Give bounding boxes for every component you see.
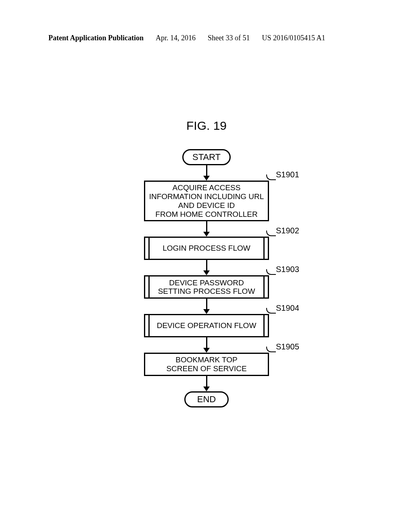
process-s1901: ACQUIRE ACCESS INFORMATION INCLUDING URL… [144,181,269,221]
step-label-s1902: S1902 [276,226,299,235]
subprocess-text-s1903: DEVICE PASSWORD SETTING PROCESS FLOW [148,276,265,297]
step-label-s1901: S1901 [276,170,299,179]
arrow-s1902: S1902 [203,221,210,237]
arrow-end [203,376,210,391]
header-sheet: Sheet 33 of 51 [208,34,250,42]
arrow-s1901: S1901 [203,165,210,181]
flowchart: START S1901 ACQUIRE ACCESS INFORMATION I… [0,149,413,407]
arrow-s1903: S1903 [203,260,210,275]
step-label-s1903: S1903 [276,265,299,274]
arrow-s1905: S1905 [203,337,210,353]
subprocess-text-s1902: LOGIN PROCESS FLOW [148,238,265,259]
step-label-s1905: S1905 [276,342,299,351]
header-pub-label: Patent Application Publication [48,34,144,42]
end-terminator: END [184,391,229,407]
header-date: Apr. 14, 2016 [156,34,196,42]
page-header: Patent Application Publication Apr. 14, … [0,34,413,42]
arrow-s1904: S1904 [203,299,210,314]
header-pubnum: US 2016/0105415 A1 [262,34,325,42]
step-label-s1904: S1904 [276,303,299,313]
figure-title: FIG. 19 [0,119,413,133]
start-terminator: START [182,149,231,165]
subprocess-s1902: LOGIN PROCESS FLOW [144,237,269,260]
subprocess-s1903: DEVICE PASSWORD SETTING PROCESS FLOW [144,275,269,299]
process-s1905: BOOKMARK TOP SCREEN OF SERVICE [144,353,269,376]
subprocess-text-s1904: DEVICE OPERATION FLOW [148,315,265,336]
subprocess-s1904: DEVICE OPERATION FLOW [144,314,269,337]
